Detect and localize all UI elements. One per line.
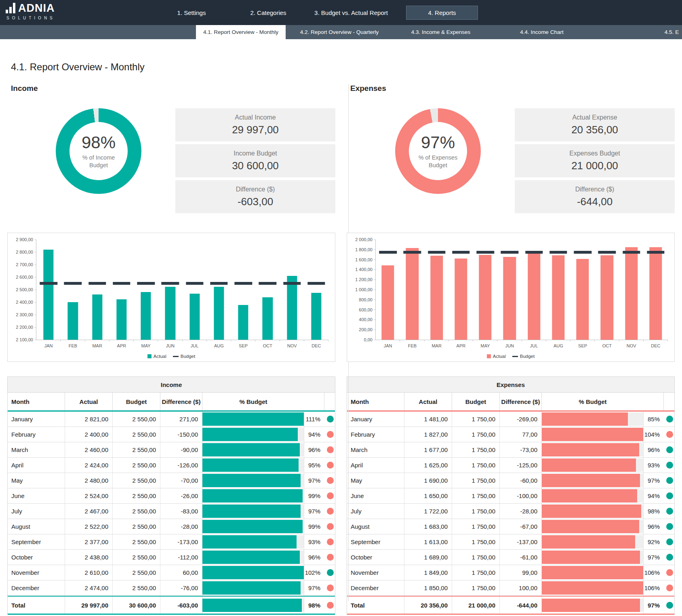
table-row-september: September2 377,002 550,00-173,0093% [8, 534, 335, 550]
pct-budget-bar-cell [202, 473, 304, 488]
budget-cell: 1 750,00 [452, 550, 500, 565]
subnav-tab-3[interactable]: 4.3. Income & Expenses [409, 25, 472, 39]
x-axis-tick [304, 340, 304, 341]
pct-value-cell: 95% [304, 458, 324, 473]
difference-cell: -76,00 [160, 580, 202, 595]
status-dot-cell [664, 427, 675, 442]
budget-dash [598, 251, 616, 254]
status-dot-cell [664, 534, 675, 549]
actual-bar [430, 256, 443, 340]
chart-slot-jun: JUN [158, 240, 182, 340]
chart-slot-jan: JAN [36, 240, 61, 340]
budget-cell: 1 750,00 [452, 412, 500, 427]
budget-dash [404, 251, 421, 254]
status-dot-cell [664, 550, 675, 565]
status-dot-cell [664, 565, 675, 580]
actual-cell: 1 689,00 [404, 550, 452, 565]
pct-bar-fill [202, 535, 297, 549]
status-dot-cell [664, 488, 675, 503]
chart-slot-aug: AUG [546, 240, 570, 340]
pct-value-cell: 99% [304, 519, 324, 534]
nav-item-1[interactable]: 1. Settings [161, 0, 222, 25]
pct-bar-fill [202, 412, 304, 426]
month-cell: March [8, 442, 65, 457]
pct-budget-bar-cell [202, 458, 304, 473]
chart-legend: Actual Budget [347, 354, 674, 359]
donut-center: 97% % of Expenses Budget [409, 122, 467, 180]
pct-budget-bar-cell [542, 488, 644, 503]
table-header-row: Month Actual Budget Difference ($) % Bud… [347, 393, 674, 412]
y-axis-tick-label: 1 600,00 [355, 257, 373, 262]
actual-bar [576, 259, 589, 340]
month-cell: January [8, 412, 65, 427]
actual-bar [625, 247, 638, 340]
budget-dash [283, 282, 301, 285]
pct-bar-track [542, 412, 643, 426]
subnav-tab-5[interactable]: 4.5. E [661, 25, 682, 39]
nav-item-3[interactable]: 3. Budget vs. Actual Report [311, 0, 392, 25]
month-cell: March [347, 442, 404, 457]
budget-cell: 1 750,00 [452, 565, 500, 580]
actual-bar [552, 255, 564, 340]
y-axis-tick-label: 1 200,00 [355, 277, 373, 282]
pct-budget-bar-cell [542, 534, 644, 549]
status-dot-cell [664, 458, 675, 473]
y-axis-tick-label: 2 300,00 [16, 312, 33, 317]
status-dot-icon [327, 492, 334, 499]
y-axis-tick-label: 600,00 [359, 307, 373, 312]
table-row-july: July2 467,002 550,00-83,0097% [8, 504, 335, 519]
budget-cell: 2 550,00 [113, 534, 160, 549]
pct-value-cell: 96% [304, 442, 324, 457]
table-row-november: November2 610,002 550,0060,00102% [8, 565, 335, 580]
actual-cell: 1 613,00 [404, 534, 452, 549]
pct-bar-track [202, 412, 304, 426]
subnav-tab-4[interactable]: 4.4. Income Chart [518, 25, 565, 39]
subnav-tab-1[interactable]: 4.1. Report Overview - Monthly [196, 25, 286, 39]
pct-value-cell: 96% [644, 519, 664, 534]
budget-dash [452, 251, 469, 254]
pct-bar-track [202, 474, 304, 487]
chart-slot-oct: OCT [595, 240, 619, 340]
x-axis-category-label: FEB [61, 343, 85, 348]
nav-item-2[interactable]: 2. Categories [238, 0, 299, 25]
x-axis-category-label: DEC [644, 343, 668, 348]
month-cell: May [347, 473, 404, 488]
status-dot-icon [666, 431, 673, 438]
x-axis-tick [497, 340, 497, 341]
y-axis-tick-label: 0,00 [364, 337, 373, 342]
x-axis-tick [619, 340, 619, 341]
actual-cell: 1 650,00 [404, 488, 452, 503]
pct-value-cell: 102% [304, 565, 324, 580]
pct-budget-bar-cell [202, 565, 304, 580]
actual-bar [189, 294, 200, 340]
actual-cell: 2 610,00 [65, 565, 113, 580]
stat-value: -603,00 [238, 196, 273, 208]
budget-dash [647, 251, 664, 254]
difference-cell: -26,00 [160, 488, 202, 503]
x-axis-tick [594, 340, 595, 341]
subnav-tab-2[interactable]: 4.2. Report Overview - Quarterly [296, 25, 383, 39]
actual-cell: 1 677,00 [404, 442, 452, 457]
month-cell: July [8, 504, 65, 519]
pct-bar-fill [542, 566, 643, 579]
x-axis-tick [400, 340, 400, 341]
budget-cell: 2 550,00 [113, 488, 160, 503]
nav-item-4[interactable]: 4. Reports [406, 6, 478, 20]
y-axis-tick-label: 400,00 [359, 317, 373, 322]
pct-value-cell: 96% [644, 442, 664, 457]
report-subnav: 4.1. Report Overview - Monthly4.2. Repor… [0, 25, 682, 39]
actual-cell: 20 356,00 [404, 597, 452, 614]
budget-donut-chart: 98% % of Income Budget [56, 108, 141, 194]
x-axis-category-label: AUG [546, 343, 570, 348]
budget-cell: 2 550,00 [113, 519, 160, 534]
x-axis-tick [643, 340, 644, 341]
budget-dash [234, 282, 252, 285]
pct-bar-track [202, 428, 304, 441]
budget-dash [40, 282, 57, 285]
status-dot-icon [327, 416, 334, 423]
month-cell: September [8, 534, 65, 549]
stat-value: 20 356,00 [571, 124, 618, 136]
status-dot-icon [327, 554, 334, 561]
status-dot-icon [327, 431, 334, 438]
top-nav-bar: ADNIA SOLUTIONS 1. Settings2. Categories… [0, 0, 682, 25]
